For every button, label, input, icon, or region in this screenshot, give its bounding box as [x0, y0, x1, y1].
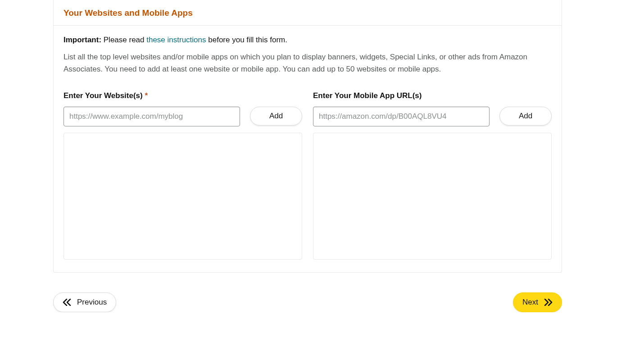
apps-list[interactable]	[313, 133, 552, 260]
card-header: Your Websites and Mobile Apps	[54, 0, 562, 26]
navigation-row: Previous Next	[53, 273, 562, 312]
websites-apps-card: Your Websites and Mobile Apps Important:…	[53, 0, 562, 273]
required-mark: *	[145, 91, 148, 100]
add-app-button[interactable]: Add	[499, 107, 552, 126]
websites-column: Enter Your Website(s) * Add	[63, 91, 302, 260]
important-notice: Important: Please read these instruction…	[63, 36, 552, 45]
previous-button[interactable]: Previous	[53, 292, 116, 312]
websites-label: Enter Your Website(s) *	[63, 91, 302, 100]
description-text: List all the top level websites and/or m…	[63, 51, 552, 75]
next-label: Next	[522, 298, 538, 307]
notice-text-before: Please read	[101, 36, 146, 44]
important-label: Important:	[63, 36, 101, 44]
next-button[interactable]: Next	[513, 292, 562, 312]
chevron-left-double-icon	[63, 299, 72, 306]
chevron-right-double-icon	[544, 299, 553, 306]
app-url-input[interactable]	[313, 107, 490, 126]
card-body: Important: Please read these instruction…	[54, 26, 562, 272]
notice-text-after: before you fill this form.	[206, 36, 287, 44]
previous-label: Previous	[77, 298, 107, 307]
apps-label: Enter Your Mobile App URL(s)	[313, 91, 552, 100]
websites-list[interactable]	[63, 133, 302, 260]
website-url-input[interactable]	[63, 107, 240, 126]
add-website-button[interactable]: Add	[250, 107, 302, 126]
card-title: Your Websites and Mobile Apps	[63, 8, 552, 18]
instructions-link[interactable]: these instructions	[146, 36, 206, 44]
apps-column: Enter Your Mobile App URL(s) Add	[313, 91, 552, 260]
